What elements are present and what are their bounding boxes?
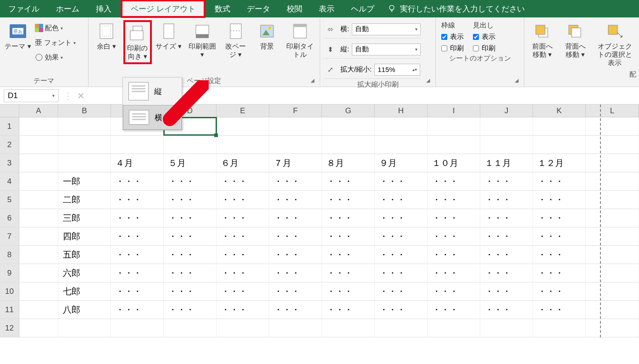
- cell-C4[interactable]: ・・・: [111, 172, 164, 190]
- cell-I10[interactable]: ・・・: [428, 282, 480, 300]
- cell-E7[interactable]: ・・・: [217, 227, 269, 245]
- cell-J2[interactable]: [480, 136, 533, 154]
- cell-J6[interactable]: ・・・: [480, 209, 533, 227]
- cell-A4[interactable]: [19, 172, 58, 190]
- cell-C11[interactable]: ・・・: [111, 301, 164, 319]
- cell-J5[interactable]: ・・・: [480, 191, 533, 209]
- col-header-J[interactable]: J: [480, 105, 533, 117]
- cell-L4[interactable]: [586, 172, 639, 190]
- cell-E11[interactable]: ・・・: [217, 301, 269, 319]
- cancel-icon[interactable]: ✕: [77, 90, 85, 101]
- page-setup-launcher[interactable]: ◢: [311, 77, 317, 84]
- cell-D2[interactable]: [164, 136, 217, 154]
- cell-J4[interactable]: ・・・: [480, 172, 533, 190]
- cell-A11[interactable]: [19, 301, 58, 319]
- name-box[interactable]: D1 ▾: [4, 89, 59, 102]
- selection-pane-button[interactable]: オブジェクトの選択と表示: [594, 20, 635, 69]
- cell-F1[interactable]: [269, 117, 322, 135]
- cell-B3[interactable]: [58, 154, 111, 172]
- tab-insert[interactable]: 挿入: [88, 0, 120, 17]
- cell-H11[interactable]: ・・・: [375, 301, 428, 319]
- col-header-B[interactable]: B: [58, 105, 111, 117]
- cell-H5[interactable]: ・・・: [375, 191, 428, 209]
- cell-H4[interactable]: ・・・: [375, 172, 428, 190]
- cell-J1[interactable]: [480, 117, 533, 135]
- cell-E12[interactable]: [217, 319, 269, 337]
- cell-C5[interactable]: ・・・: [111, 191, 164, 209]
- tab-review[interactable]: 校閲: [278, 0, 311, 17]
- cell-I11[interactable]: ・・・: [428, 301, 480, 319]
- tab-file[interactable]: ファイル: [0, 0, 48, 17]
- cell-F11[interactable]: ・・・: [269, 301, 322, 319]
- col-header-L[interactable]: L: [586, 105, 639, 117]
- orientation-portrait-item[interactable]: 縦: [123, 77, 182, 105]
- row-header[interactable]: 7: [0, 227, 19, 245]
- cell-A2[interactable]: [19, 136, 58, 154]
- cell-E8[interactable]: ・・・: [217, 246, 269, 264]
- cell-K8[interactable]: ・・・: [533, 246, 586, 264]
- cell-C9[interactable]: ・・・: [111, 264, 164, 282]
- cell-K6[interactable]: ・・・: [533, 209, 586, 227]
- cell-G6[interactable]: ・・・: [322, 209, 375, 227]
- cell-B9[interactable]: 六郎: [58, 264, 111, 282]
- cell-G10[interactable]: ・・・: [322, 282, 375, 300]
- row-header[interactable]: 6: [0, 209, 19, 227]
- cell-G7[interactable]: ・・・: [322, 227, 375, 245]
- sheet-options-launcher[interactable]: ◢: [515, 77, 521, 84]
- cell-D7[interactable]: ・・・: [164, 227, 217, 245]
- cell-H1[interactable]: [375, 117, 428, 135]
- cell-E3[interactable]: ６月: [217, 154, 269, 172]
- row-header[interactable]: 9: [0, 264, 19, 282]
- theme-fonts-button[interactable]: 亜フォント▾: [35, 37, 76, 49]
- col-header-G[interactable]: G: [322, 105, 375, 117]
- cell-I7[interactable]: ・・・: [428, 227, 480, 245]
- cell-G1[interactable]: [322, 117, 375, 135]
- tell-me-search[interactable]: 実行したい作業を入力してください: [387, 4, 525, 14]
- cell-C3[interactable]: ４月: [111, 154, 164, 172]
- cell-F7[interactable]: ・・・: [269, 227, 322, 245]
- cell-D12[interactable]: [164, 319, 217, 337]
- send-backward-button[interactable]: 背面へ移動 ▾: [561, 20, 589, 69]
- cell-J8[interactable]: ・・・: [480, 246, 533, 264]
- cell-L2[interactable]: [586, 136, 639, 154]
- cell-F2[interactable]: [269, 136, 322, 154]
- row-header[interactable]: 1: [0, 117, 19, 135]
- themes-button[interactable]: 亜あ テーマ ▾: [4, 20, 32, 52]
- cell-A12[interactable]: [19, 319, 58, 337]
- cell-H12[interactable]: [375, 319, 428, 337]
- cell-K7[interactable]: ・・・: [533, 227, 586, 245]
- cell-L6[interactable]: [586, 209, 639, 227]
- row-header[interactable]: 12: [0, 319, 19, 337]
- cell-G5[interactable]: ・・・: [322, 191, 375, 209]
- cell-E6[interactable]: ・・・: [217, 209, 269, 227]
- cell-E5[interactable]: ・・・: [217, 191, 269, 209]
- cell-D6[interactable]: ・・・: [164, 209, 217, 227]
- cell-G12[interactable]: [322, 319, 375, 337]
- cell-L10[interactable]: [586, 282, 639, 300]
- cell-F8[interactable]: ・・・: [269, 246, 322, 264]
- cell-F3[interactable]: ７月: [269, 154, 322, 172]
- breaks-button[interactable]: 改ページ ▾: [222, 20, 250, 61]
- margins-button[interactable]: 余白 ▾: [92, 20, 121, 52]
- cell-A9[interactable]: [19, 264, 58, 282]
- cell-K1[interactable]: [533, 117, 586, 135]
- cell-B11[interactable]: 八郎: [58, 301, 111, 319]
- gridlines-print-checkbox[interactable]: 印刷: [441, 44, 464, 53]
- cell-K11[interactable]: ・・・: [533, 301, 586, 319]
- select-all-corner[interactable]: [0, 105, 19, 117]
- cell-B4[interactable]: 一郎: [58, 172, 111, 190]
- cell-H3[interactable]: ９月: [375, 154, 428, 172]
- col-header-K[interactable]: K: [533, 105, 586, 117]
- cell-H7[interactable]: ・・・: [375, 227, 428, 245]
- row-header[interactable]: 5: [0, 191, 19, 209]
- cell-E10[interactable]: ・・・: [217, 282, 269, 300]
- cell-G4[interactable]: ・・・: [322, 172, 375, 190]
- size-button[interactable]: サイズ ▾: [155, 20, 183, 52]
- cell-L9[interactable]: [586, 264, 639, 282]
- cell-H9[interactable]: ・・・: [375, 264, 428, 282]
- gridlines-view-checkbox[interactable]: 表示: [441, 33, 464, 41]
- cell-H6[interactable]: ・・・: [375, 209, 428, 227]
- cell-K5[interactable]: ・・・: [533, 191, 586, 209]
- cell-L5[interactable]: [586, 191, 639, 209]
- cell-F4[interactable]: ・・・: [269, 172, 322, 190]
